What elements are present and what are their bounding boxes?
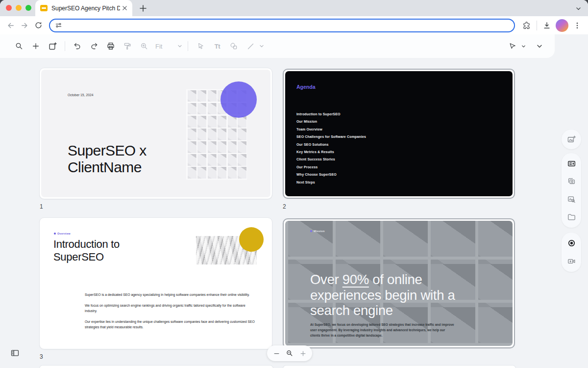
toolbar-divider: [188, 41, 188, 51]
agenda-item: Why Choose SuperSEO: [296, 173, 366, 180]
new-tab-button[interactable]: [137, 2, 149, 14]
browser-tab[interactable]: SuperSEO Agency Pitch Deck: [35, 0, 132, 16]
slide-2-agenda-list: Introduction to SuperSEO Our Mission Tea…: [296, 112, 366, 188]
slide-1-date: October 15, 2024: [68, 93, 94, 97]
profile-avatar[interactable]: [556, 19, 568, 32]
download-icon[interactable]: [540, 19, 554, 32]
tab-title: SuperSEO Agency Pitch Deck: [51, 5, 120, 12]
agenda-item: Our Mission: [296, 120, 366, 127]
tag-dot-icon: [310, 230, 312, 232]
shapes-icon[interactable]: [227, 40, 240, 53]
panel-list-icon[interactable]: [564, 156, 579, 171]
tag-dot-icon: [54, 233, 56, 235]
slide-3-tag-label: Overview: [57, 232, 71, 235]
agenda-item: Key Metrics & Results: [296, 150, 366, 158]
browser-navbar: [0, 16, 588, 34]
slide-3-paragraph: We focus on optimizing search engine ran…: [85, 303, 257, 314]
tab-close-icon[interactable]: [122, 5, 127, 11]
tune-icon[interactable]: [55, 22, 62, 29]
text-tool-icon[interactable]: Tt: [211, 40, 223, 53]
agenda-item: Our Process: [296, 165, 366, 173]
collapse-toolbar-chevron-icon[interactable]: [533, 40, 546, 53]
menu-kebab-icon[interactable]: [570, 19, 584, 32]
page-number-1: 1: [40, 203, 43, 210]
fit-chevron-icon[interactable]: [177, 43, 183, 49]
thumbnail-panel-toggle-icon[interactable]: [10, 349, 20, 357]
slide-4: Mission Over 90% of online experiences b…: [285, 221, 513, 346]
slide-3-title-line2: SuperSEO: [53, 251, 120, 263]
undo-icon[interactable]: [71, 40, 84, 53]
navbar-divider: [537, 21, 537, 30]
page-number-2: 2: [283, 203, 286, 210]
window-controls: [6, 5, 31, 11]
rail-group-middle: [562, 153, 581, 228]
zoom-magnifier-icon[interactable]: [286, 349, 294, 357]
slide-1-title-line2: ClientName: [68, 159, 147, 176]
headline-stat: 90%: [343, 272, 369, 287]
rail-group-bottom: [562, 233, 581, 272]
slide-3-yellow-circle: [239, 227, 264, 252]
slide-4-body: At SuperSEO, we focus on developing tail…: [310, 322, 455, 338]
slide-1-title: SuperSEO x ClientName: [68, 142, 147, 176]
search-icon[interactable]: [13, 40, 25, 53]
agenda-item: Client Success Stories: [296, 158, 366, 165]
slide-1-purple-circle: [220, 81, 257, 118]
slide-4-headline: Over 90% of online experiences begin wit…: [310, 272, 484, 318]
slide-thumbnail-5-partial[interactable]: [39, 365, 273, 368]
slide-2: Agenda Introduction to SuperSEO Our Miss…: [285, 71, 513, 196]
address-bar[interactable]: [49, 19, 515, 32]
reload-button[interactable]: [31, 19, 45, 32]
slide-thumbnail-1[interactable]: October 15, 2024 SuperSEO x ClientName: [39, 68, 272, 199]
slide-3-paragraph: Our expertise lies in understanding the …: [85, 319, 257, 330]
redo-icon[interactable]: [88, 40, 100, 53]
slide-thumbnail-4[interactable]: Mission Over 90% of online experiences b…: [283, 218, 515, 348]
page-number-3: 3: [40, 353, 43, 360]
camera-capture-icon[interactable]: [564, 174, 579, 189]
add-image-icon[interactable]: [564, 132, 579, 147]
record-icon[interactable]: [564, 236, 579, 251]
tab-strip: SuperSEO Agency Pitch Deck: [0, 0, 588, 16]
zoom-window-button[interactable]: [25, 5, 31, 11]
zoom-controls: [267, 345, 312, 361]
fit-zoom-label[interactable]: Fit: [155, 43, 162, 50]
video-camera-icon[interactable]: [564, 254, 579, 268]
minimize-window-button[interactable]: [16, 5, 22, 11]
select-cursor-icon[interactable]: [194, 40, 207, 53]
headline-pre: Over: [310, 272, 343, 287]
print-icon[interactable]: [104, 40, 117, 53]
slide-3: Overview Introduction to SuperSEO SuperS…: [41, 219, 270, 347]
close-window-button[interactable]: [6, 5, 12, 11]
slide-4-tag-label: Mission: [314, 230, 325, 233]
agenda-item: Next Steps: [296, 181, 366, 188]
agenda-item: Team Overview: [296, 128, 366, 135]
agenda-item: SEO Challenges for Software Companies: [296, 135, 366, 142]
toolbar-divider: [65, 41, 65, 51]
agenda-item: Introduction to SuperSEO: [296, 112, 366, 120]
line-tool-chevron-icon[interactable]: [259, 43, 265, 49]
tab-favicon-icon: [40, 5, 48, 11]
tab-search-chevron-icon[interactable]: [572, 2, 584, 14]
back-button[interactable]: [4, 19, 18, 32]
folder-icon[interactable]: [564, 210, 579, 225]
paint-roller-icon[interactable]: [121, 40, 134, 53]
slide-3-tag: Overview: [54, 232, 71, 235]
pointer-tool-icon[interactable]: [506, 40, 519, 53]
pointer-tool-chevron-icon[interactable]: [521, 44, 526, 49]
forward-button[interactable]: [18, 19, 31, 32]
zoom-in-plus-icon[interactable]: [299, 350, 307, 357]
line-tool-icon[interactable]: [244, 40, 257, 53]
slide-thumbnail-3[interactable]: Overview Introduction to SuperSEO SuperS…: [39, 217, 272, 349]
slide-thumbnail-6-partial[interactable]: [283, 365, 516, 368]
add-page-icon[interactable]: [46, 40, 59, 53]
zoom-in-icon[interactable]: [138, 40, 150, 53]
image-search-icon[interactable]: [564, 192, 579, 207]
slide-3-body: SuperSEO is a dedicated SEO agency speci…: [85, 292, 257, 335]
add-icon[interactable]: [29, 40, 42, 53]
extensions-icon[interactable]: [520, 19, 534, 32]
slide-2-heading: Agenda: [296, 84, 316, 90]
slide-1-title-line1: SuperSEO x: [68, 142, 147, 159]
slide-1: October 15, 2024 SuperSEO x ClientName: [41, 70, 270, 197]
slide-thumbnail-2[interactable]: Agenda Introduction to SuperSEO Our Miss…: [283, 69, 515, 199]
zoom-out-icon[interactable]: [273, 350, 280, 357]
pdf-toolbar: Fit Tt: [0, 34, 555, 58]
